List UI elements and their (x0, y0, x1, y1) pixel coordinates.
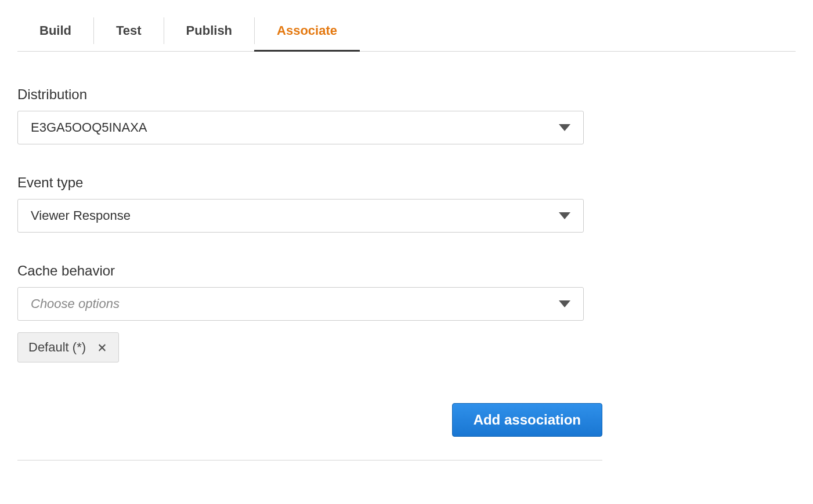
close-icon (96, 342, 108, 353)
event-type-value: Viewer Response (31, 208, 131, 223)
tab-build[interactable]: Build (17, 13, 93, 51)
add-association-button[interactable]: Add association (452, 403, 602, 437)
cache-behavior-select[interactable]: Choose options (17, 287, 584, 321)
cache-behavior-label: Cache behavior (17, 263, 602, 279)
associate-form: Distribution E3GA5OOQ5INAXA Event type V… (17, 52, 602, 461)
event-type-select[interactable]: Viewer Response (17, 199, 584, 233)
chevron-down-icon (559, 300, 570, 307)
tab-test[interactable]: Test (94, 13, 164, 51)
cache-behavior-placeholder: Choose options (31, 296, 120, 311)
chip-remove-button[interactable] (96, 342, 108, 353)
distribution-group: Distribution E3GA5OOQ5INAXA (17, 86, 602, 144)
chip-label: Default (*) (28, 340, 86, 355)
distribution-label: Distribution (17, 86, 602, 103)
form-actions: Add association (17, 403, 602, 461)
tab-associate[interactable]: Associate (255, 13, 359, 51)
distribution-select[interactable]: E3GA5OOQ5INAXA (17, 111, 584, 144)
cache-behavior-group: Cache behavior Choose options Default (*… (17, 263, 602, 362)
distribution-value: E3GA5OOQ5INAXA (31, 120, 147, 135)
chevron-down-icon (559, 212, 570, 219)
chevron-down-icon (559, 124, 570, 131)
tabs-bar: Build Test Publish Associate (17, 0, 796, 52)
tab-publish[interactable]: Publish (164, 13, 254, 51)
event-type-group: Event type Viewer Response (17, 175, 602, 233)
cache-behavior-chip: Default (*) (17, 332, 119, 362)
event-type-label: Event type (17, 175, 602, 191)
